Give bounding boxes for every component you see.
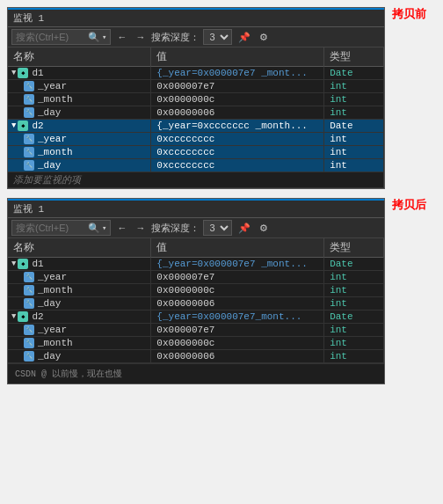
table-row[interactable]: 🔧_month0xccccccccint xyxy=(8,146,384,159)
cell-value: 0xcccccccc xyxy=(151,146,324,159)
add-watch-row[interactable]: 添加要监视的项 xyxy=(8,172,384,188)
cell-name: 🔧_year xyxy=(8,324,151,337)
cell-name: 🔧_month xyxy=(8,93,151,106)
dropdown-icon-before[interactable]: ▾ xyxy=(102,33,106,42)
before-panel-title: 监视 1 xyxy=(8,10,384,27)
cell-value: 0xcccccccc xyxy=(151,159,324,172)
cell-value: 0x0000000c xyxy=(151,337,324,350)
expand-arrow-icon[interactable]: ▼ xyxy=(11,259,16,268)
before-label-text: 拷贝前 xyxy=(392,7,436,23)
cell-name: 🔧_day xyxy=(8,350,151,363)
table-row[interactable]: 🔧_day0x00000006int xyxy=(8,297,384,310)
table-row[interactable]: 🔧_year0x000007e7int xyxy=(8,271,384,284)
after-panel-title: 监视 1 xyxy=(8,201,384,218)
table-row[interactable]: ▼◆d1{_year=0x000007e7 _mont...Date xyxy=(8,67,384,80)
arrow-right-before[interactable]: → xyxy=(133,31,148,43)
table-header-row: 名称 值 类型 xyxy=(8,47,384,67)
settings-button-before[interactable]: ⚙ xyxy=(257,31,271,44)
search-input-after[interactable] xyxy=(16,223,86,233)
search-icon-after: 🔍 xyxy=(88,223,100,234)
table-row[interactable]: 🔧_day0xccccccccint xyxy=(8,159,384,172)
arrow-left-after[interactable]: ← xyxy=(114,222,129,234)
depth-select-before[interactable]: 3 1 2 4 5 xyxy=(203,29,232,45)
cell-name: 🔧_month xyxy=(8,284,151,297)
table-row[interactable]: 🔧_year0x000007e7int xyxy=(8,324,384,337)
table-row[interactable]: ▼◆d1{_year=0x000007e7 _mont...Date xyxy=(8,258,384,271)
field-icon: 🔧 xyxy=(24,351,34,362)
pin-button-after[interactable]: 📌 xyxy=(236,222,253,235)
cell-value: 0x00000006 xyxy=(151,106,324,120)
var-name: d2 xyxy=(32,121,43,131)
table-row[interactable]: 🔧_day0x00000006int xyxy=(8,350,384,363)
cell-name: 🔧_year xyxy=(8,271,151,284)
table-row[interactable]: 🔧_month0x0000000cint xyxy=(8,284,384,297)
after-label: 拷贝后 xyxy=(392,198,436,214)
table-row[interactable]: 🔧_day0x00000006int xyxy=(8,106,384,120)
var-name: _day xyxy=(38,107,61,118)
cell-type: int xyxy=(324,146,384,159)
cell-value: {_year=0x000007e7_mont... xyxy=(151,310,324,324)
search-box-before[interactable]: 🔍 ▾ xyxy=(11,29,111,45)
object-icon: ◆ xyxy=(18,259,28,269)
field-icon: 🔧 xyxy=(24,94,34,105)
search-box-after[interactable]: 🔍 ▾ xyxy=(11,220,111,236)
search-input-before[interactable] xyxy=(16,32,86,42)
table-row[interactable]: 🔧_year0x000007e7int xyxy=(8,80,384,93)
cell-value: 0xcccccccc xyxy=(151,133,324,146)
after-section: 监视 1 🔍 ▾ ← → 搜索深度： 3 1 2 4 5 📌 ⚙ xyxy=(7,198,436,384)
table-row[interactable]: 🔧_year0xccccccccint xyxy=(8,133,384,146)
cell-value: 0x0000000c xyxy=(151,284,324,297)
after-table-header-row: 名称 值 类型 xyxy=(8,238,384,258)
search-icon-before: 🔍 xyxy=(88,32,100,43)
cell-type: int xyxy=(324,93,384,106)
var-name: _day xyxy=(38,351,61,362)
depth-label-before: 搜索深度： xyxy=(151,31,200,44)
cell-type: int xyxy=(324,271,384,284)
cell-type: int xyxy=(324,80,384,93)
before-toolbar: 🔍 ▾ ← → 搜索深度： 3 1 2 4 5 📌 ⚙ xyxy=(8,27,384,47)
cell-name: ▼◆d2 xyxy=(8,120,151,133)
arrow-left-before[interactable]: ← xyxy=(114,31,129,43)
table-row[interactable]: 🔧_month0x0000000cint xyxy=(8,337,384,350)
cell-name: ▼◆d1 xyxy=(8,67,151,80)
cell-name: ▼◆d1 xyxy=(8,258,151,271)
dropdown-icon-after[interactable]: ▾ xyxy=(102,223,106,233)
cell-type: Date xyxy=(324,258,384,271)
table-row[interactable]: 🔧_month0x0000000cint xyxy=(8,93,384,106)
cell-type: int xyxy=(324,284,384,297)
field-icon: 🔧 xyxy=(24,285,34,296)
settings-button-after[interactable]: ⚙ xyxy=(257,222,271,235)
before-label: 拷贝前 xyxy=(392,7,436,23)
cell-type: int xyxy=(324,337,384,350)
var-name: _year xyxy=(38,325,67,335)
arrow-right-after[interactable]: → xyxy=(133,222,148,234)
expand-arrow-icon[interactable]: ▼ xyxy=(11,69,16,77)
table-row[interactable]: ▼◆d2{_year=0xccccccc _month...Date xyxy=(8,120,384,133)
cell-name: ▼◆d2 xyxy=(8,310,151,324)
table-row[interactable]: ▼◆d2{_year=0x000007e7_mont...Date xyxy=(8,310,384,324)
cell-name: 🔧_year xyxy=(8,80,151,93)
after-col-header-type: 类型 xyxy=(324,238,384,258)
expand-arrow-icon[interactable]: ▼ xyxy=(11,121,16,130)
depth-select-after[interactable]: 3 1 2 4 5 xyxy=(203,220,232,236)
col-header-value: 值 xyxy=(151,47,324,67)
pin-button-before[interactable]: 📌 xyxy=(236,31,253,44)
object-icon: ◆ xyxy=(18,121,28,131)
field-icon: 🔧 xyxy=(24,107,34,118)
expand-arrow-icon[interactable]: ▼ xyxy=(11,312,16,321)
cell-name: 🔧_month xyxy=(8,337,151,350)
add-watch-label: 添加要监视的项 xyxy=(8,172,384,188)
var-name: _month xyxy=(38,338,73,348)
col-header-type: 类型 xyxy=(324,47,384,67)
cell-type: int xyxy=(324,297,384,310)
var-name: d2 xyxy=(32,311,43,322)
main-container: 监视 1 🔍 ▾ ← → 搜索深度： 3 1 2 4 5 📌 ⚙ xyxy=(0,0,443,391)
var-name: d1 xyxy=(32,259,43,269)
cell-value: {_year=0x000007e7 _mont... xyxy=(151,258,324,271)
before-section: 监视 1 🔍 ▾ ← → 搜索深度： 3 1 2 4 5 📌 ⚙ xyxy=(7,7,436,189)
after-col-header-name: 名称 xyxy=(8,238,151,258)
cell-name: 🔧_year xyxy=(8,133,151,146)
cell-name: 🔧_day xyxy=(8,297,151,310)
cell-value: {_year=0xccccccc _month... xyxy=(151,120,324,133)
field-icon: 🔧 xyxy=(24,338,34,348)
